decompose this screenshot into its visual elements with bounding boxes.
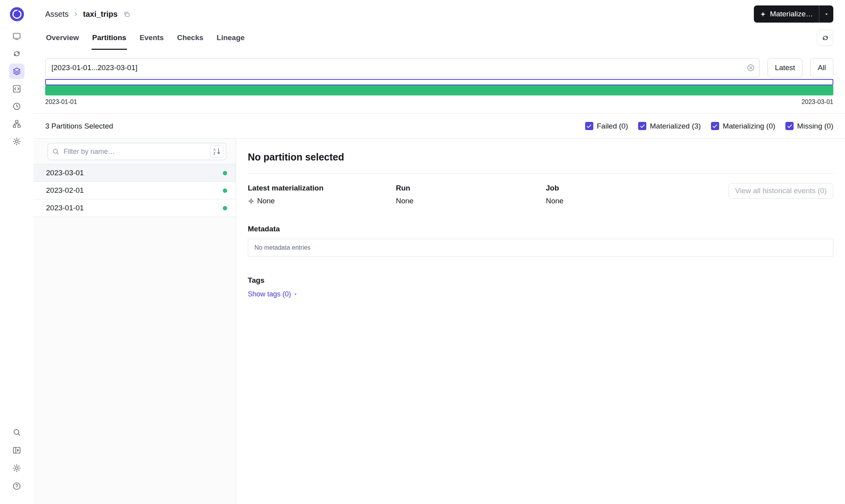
search-icon[interactable] (9, 425, 25, 440)
breadcrumb: Assets taxi_trips (45, 10, 131, 19)
show-tags-label: Show tags (0) (248, 290, 291, 298)
svg-text:Z: Z (213, 152, 215, 155)
asset-tabs: Overview Partitions Events Checks Lineag… (34, 26, 845, 50)
show-tags-link[interactable]: Show tags (0) (248, 290, 298, 298)
partition-range-row: Latest All (34, 58, 845, 78)
latest-materialization-text: None (257, 197, 275, 205)
graph-icon[interactable] (9, 116, 25, 132)
tags-heading: Tags (248, 276, 833, 285)
materialized-status-dot (223, 206, 227, 210)
status-filter-materialized[interactable]: Materialized (3) (638, 122, 701, 130)
partition-list-panel: AZ 2023-03-01 2023-02-01 2023-01-01 (34, 139, 236, 504)
range-end-label: 2023-03-01 (801, 99, 833, 106)
settings-icon[interactable] (9, 460, 25, 476)
partition-filter-wrap: AZ (48, 143, 226, 160)
sort-alphabetical-button[interactable]: AZ (210, 145, 224, 158)
copy-asset-name-button[interactable] (122, 10, 131, 19)
partition-rows: 2023-03-01 2023-02-01 2023-01-01 (34, 164, 236, 217)
partition-name: 2023-03-01 (46, 169, 84, 177)
caret-down-icon (293, 292, 298, 297)
deployment-icon[interactable] (9, 134, 25, 149)
latest-materialization-col: Latest materialization None (248, 184, 396, 205)
selection-summary-row: 3 Partitions Selected Failed (0) Materia… (34, 114, 845, 139)
partitions-selected-count: 3 Partitions Selected (45, 122, 113, 130)
partition-row[interactable]: 2023-01-01 (34, 199, 236, 217)
detail-title: No partition selected (248, 152, 833, 163)
caret-down-icon (824, 11, 829, 17)
status-filters: Failed (0) Materialized (3) Materializin… (585, 122, 833, 130)
tab-events[interactable]: Events (139, 26, 164, 50)
status-filter-label: Materializing (0) (723, 122, 775, 130)
asset-header: Assets taxi_trips Materialize… (34, 0, 845, 23)
refresh-icon (821, 34, 829, 42)
breadcrumb-assets-link[interactable]: Assets (45, 10, 69, 19)
copy-icon (123, 11, 131, 18)
run-value: None (396, 197, 546, 205)
tab-partitions[interactable]: Partitions (92, 26, 127, 50)
tab-overview[interactable]: Overview (45, 26, 80, 50)
tab-lineage[interactable]: Lineage (216, 26, 245, 50)
overview-icon[interactable] (9, 28, 25, 44)
checkbox-checked-icon[interactable] (711, 122, 719, 130)
all-button[interactable]: All (810, 58, 833, 78)
run-label: Run (396, 184, 546, 192)
latest-button[interactable]: Latest (767, 58, 803, 78)
job-label: Job (546, 184, 563, 192)
dagster-logo[interactable] (10, 7, 24, 21)
checkbox-checked-icon[interactable] (785, 122, 794, 130)
partition-range-input-wrap (45, 58, 760, 78)
status-filter-failed[interactable]: Failed (0) (585, 122, 628, 130)
metadata-heading: Metadata (248, 225, 833, 233)
materialize-button-label: Materialize… (770, 10, 813, 18)
latest-materialization-label: Latest materialization (248, 184, 396, 192)
collapse-sidebar-icon[interactable] (9, 442, 25, 458)
app-page: Assets taxi_trips Materialize… (0, 0, 845, 504)
sort-az-icon: AZ (213, 147, 221, 156)
materialized-status-dot (223, 171, 227, 175)
materialize-dropdown-button[interactable] (819, 5, 833, 23)
clear-circle-x-icon (746, 67, 755, 73)
view-historical-events-button[interactable]: View all historical events (0) (729, 183, 833, 199)
job-value: None (546, 197, 563, 205)
latest-materialization-value: None (248, 197, 396, 205)
main-content: Assets taxi_trips Materialize… (34, 0, 845, 504)
partition-row[interactable]: 2023-02-01 (34, 182, 236, 199)
search-icon (52, 148, 60, 155)
materialize-button[interactable]: Materialize… (754, 5, 819, 23)
status-filter-missing[interactable]: Missing (0) (785, 122, 833, 130)
sidebar-bottom-group (9, 425, 25, 504)
runs-icon[interactable] (9, 46, 25, 62)
sparkle-icon (760, 11, 766, 18)
schedules-icon[interactable] (9, 99, 25, 114)
partition-selection-rect (45, 79, 833, 85)
materialize-split-button: Materialize… (754, 5, 833, 23)
status-filter-label: Missing (0) (797, 122, 833, 130)
jobs-icon[interactable] (9, 81, 25, 97)
partition-range-input[interactable] (45, 58, 760, 78)
partition-row[interactable]: 2023-03-01 (34, 164, 236, 182)
materialization-info-row: Latest materialization None Run None (248, 184, 833, 205)
asset-name: taxi_trips (83, 10, 118, 19)
status-filter-label: Failed (0) (597, 122, 628, 130)
partition-health-bar[interactable] (45, 85, 833, 95)
status-filter-materializing[interactable]: Materializing (0) (711, 122, 775, 130)
assets-icon[interactable] (9, 63, 25, 79)
metadata-empty-box: No metadata entries (248, 239, 833, 257)
tab-checks[interactable]: Checks (176, 26, 204, 50)
svg-text:A: A (213, 148, 216, 152)
help-icon[interactable] (9, 478, 25, 494)
clear-range-button[interactable] (746, 63, 755, 72)
materialized-status-dot (223, 189, 227, 193)
partition-range-labels: 2023-01-01 2023-03-01 (34, 99, 845, 106)
partitions-content: AZ 2023-03-01 2023-02-01 2023-01-01 (34, 139, 845, 504)
refresh-button[interactable] (817, 30, 833, 46)
range-start-label: 2023-01-01 (45, 99, 77, 106)
partition-detail-panel: No partition selected Latest materializa… (236, 139, 845, 504)
partition-filter-input[interactable] (48, 143, 226, 160)
detail-divider (248, 173, 833, 174)
job-col: Job None (546, 184, 563, 205)
status-filter-label: Materialized (3) (650, 122, 701, 130)
checkbox-checked-icon[interactable] (585, 122, 593, 130)
partition-name: 2023-02-01 (46, 186, 84, 195)
checkbox-checked-icon[interactable] (638, 122, 646, 130)
